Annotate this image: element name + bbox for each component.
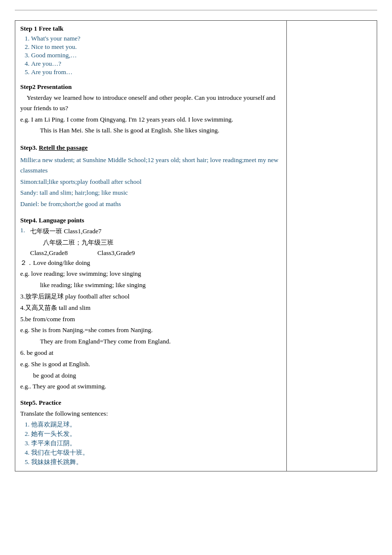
item1-sub2-left: Class2,Grade8 [30,249,68,257]
step5-section: Step5. Practice Translate the following … [20,399,281,467]
item1-sub2-right: Class3,Grade9 [97,249,135,257]
item1-sub1: 八年级二班；九年级三班 [30,238,281,248]
step3-section: Step3. Retell the passage Millie:a new s… [20,143,281,210]
step4-item2-main: ２．Love doing/like doing [20,258,281,268]
step4-item6-eg2: be good at doing [20,371,281,381]
step3-line4: Daniel: be from;short;be good at maths [20,199,281,210]
step1-title: Step 1 Free talk [20,25,281,33]
step4-item2-eg1: e.g. love reading; love swimming; love s… [20,269,281,279]
main-table: Step 1 Free talk What's your name? Nice … [15,20,377,471]
right-column [286,21,377,471]
list-item: Good morning,… [31,51,281,59]
list-item: 我妹妹擅长跳舞。 [31,458,281,467]
list-item: 李平来自江阴。 [31,439,281,448]
step3-title: Step3. Retell the passage [20,143,281,153]
step5-intro: Translate the following sentences: [20,409,281,419]
step4-item5: 5.be from/come from [20,314,281,325]
left-column: Step 1 Free talk What's your name? Nice … [15,21,287,471]
step2-para3: This is Han Mei. She is tall. She is goo… [20,126,281,136]
list-item: 他喜欢踢足球。 [31,420,281,429]
step4-item5-eg2: They are from England=They come from Eng… [20,337,281,347]
item1-num: 1. [20,226,30,234]
step5-title: Step5. Practice [20,399,281,407]
step2-section: Step2 Presentation Yesterday we learned … [20,83,281,136]
step4-item1: 1. 七年级一班 Class1,Grade7 八年级二班；九年级三班 Class… [20,226,281,257]
list-item: Nice to meet you. [31,43,281,51]
item1-sub2-row: Class2,Grade8 Class3,Grade9 [30,249,281,257]
item1-content: 七年级一班 Class1,Grade7 八年级二班；九年级三班 Class2,G… [30,226,281,257]
step5-list: 他喜欢踢足球。 她有一头长发。 李平来自江阴。 我们在七年级十班。 我妹妹擅长跳… [20,420,281,467]
step4-section: Step4. Language points 1. 七年级一班 Class1,G… [20,216,281,392]
list-item: Are you from… [31,68,281,76]
step4-item6-eg1: e.g. She is good at English. [20,359,281,370]
step4-item6: 6. be good at [20,348,281,358]
step3-title-underline: Retell the passage [39,144,88,151]
step1-section: Step 1 Free talk What's your name? Nice … [20,25,281,76]
top-divider [15,10,377,10]
list-item: Are you…? [31,60,281,68]
step2-para2: e.g. I am Li Ping. I come from Qingyang.… [20,115,281,125]
step4-item3: 3.放学后踢足球 play football after school [20,292,281,302]
item1-main: 七年级一班 Class1,Grade7 [30,226,281,237]
step4-item4: 4.又高又苗条 tall and slim [20,303,281,313]
step2-title: Step2 Presentation [20,83,281,91]
list-item: 我们在七年级十班。 [31,448,281,457]
step1-list: What's your name? Nice to meet you. Good… [20,35,281,76]
step2-para1: Yesterday we learned how to introduce on… [20,93,281,114]
step4-item5-eg1: e.g. She is from Nanjing.=she comes from… [20,325,281,336]
step4-item2-eg2: like reading; like swimming; like singin… [20,280,281,291]
step3-line3: Sandy: tall and slim; hair;long; like mu… [20,188,281,198]
step4-title: Step4. Language points [20,216,281,224]
list-item: 她有一头长发。 [31,429,281,438]
step3-line1: Millie:a new student; at Sunshine Middle… [20,155,281,176]
page: Step 1 Free talk What's your name? Nice … [0,0,392,555]
step4-item6-eg3: e.g.. They are good at swimming. [20,382,281,392]
list-item: What's your name? [31,35,281,43]
step3-line2: Simon:tall;like sports;play football aft… [20,177,281,187]
